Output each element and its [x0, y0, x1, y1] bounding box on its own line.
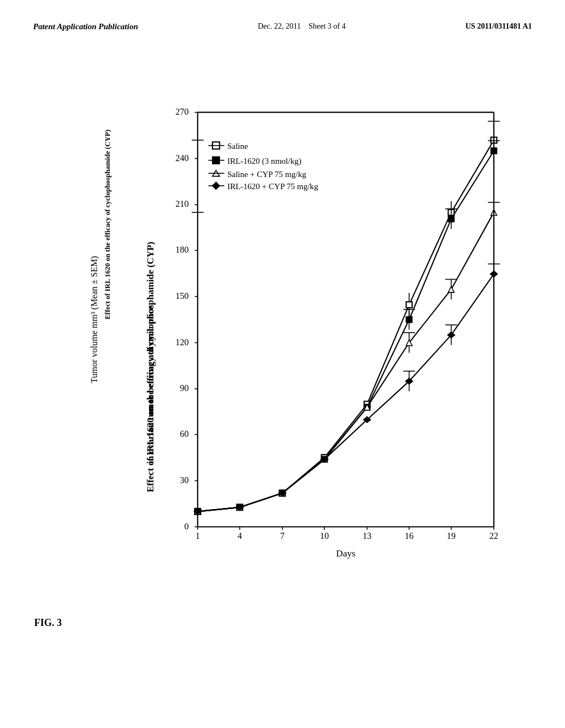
legend-irl1620-cyp-label: IRL-1620 + CYP 75 mg/kg	[227, 182, 318, 191]
y-tick-210: 210	[175, 199, 189, 208]
saline-line	[198, 140, 494, 511]
x-axis-label: Days	[336, 548, 356, 559]
y-tick-120: 120	[175, 338, 189, 347]
chart-subtitle-svg: in ovarian tumor bearing athymic mice	[145, 306, 156, 464]
header-patent: US 2011/0311481 A1	[465, 22, 532, 31]
y-tick-0: 0	[184, 522, 189, 531]
y-tick-90: 90	[180, 383, 189, 393]
irl1620-cyp-line	[198, 274, 494, 512]
header-left: Patent Application Publication	[33, 22, 138, 31]
legend-saline-label: Saline	[227, 142, 248, 151]
y-tick-240: 240	[175, 153, 189, 163]
x-tick-19: 19	[447, 531, 456, 540]
saline-point-6	[406, 302, 412, 308]
x-tick-4: 4	[237, 531, 242, 540]
x-tick-13: 13	[363, 531, 371, 540]
y-axis-label: Tumor volume mm³ (Mean ± SEM)	[89, 256, 99, 383]
x-tick-22: 22	[489, 531, 498, 540]
header: Patent Application Publication Dec. 22, …	[33, 22, 532, 31]
page: Patent Application Publication Dec. 22, …	[0, 0, 565, 728]
chart-svg: Effect of IRL 1620 on the efficacy of cy…	[44, 83, 541, 645]
saline-cyp-point-7	[448, 286, 454, 292]
header-date: Dec. 22, 2011	[258, 22, 301, 30]
irl1620-line	[198, 151, 494, 511]
x-tick-7: 7	[280, 531, 285, 540]
saline-cyp-line	[198, 212, 494, 511]
x-tick-16: 16	[404, 531, 413, 540]
irl1620-point-6	[406, 317, 412, 323]
y-tick-150: 150	[175, 291, 189, 301]
header-center: Dec. 22, 2011 Sheet 3 of 4	[258, 22, 345, 31]
x-tick-10: 10	[320, 531, 329, 540]
legend-irl1620-label: IRL-1620 (3 nmol/kg)	[227, 157, 301, 166]
header-sheet: Sheet 3 of 4	[308, 22, 345, 30]
legend-saline-cyp-label: Saline + CYP 75 mg/kg	[227, 170, 307, 179]
y-tick-30: 30	[180, 475, 189, 485]
irl1620-point-7	[448, 216, 454, 222]
y-tick-270: 270	[175, 107, 189, 116]
y-tick-60: 60	[180, 429, 189, 438]
y-tick-180: 180	[175, 245, 189, 254]
x-tick-1: 1	[195, 531, 200, 540]
